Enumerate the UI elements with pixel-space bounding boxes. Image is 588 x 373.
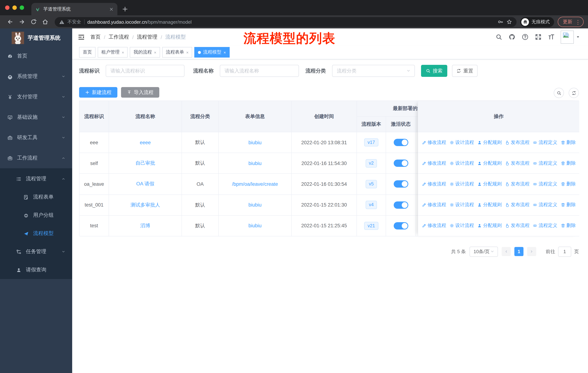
action-delete[interactable]: 删除 bbox=[560, 139, 576, 146]
browser-tab[interactable]: 芋道管理系统 bbox=[31, 3, 117, 15]
action-design-process[interactable]: 设计流程 bbox=[450, 202, 474, 208]
tag-close-icon[interactable]: × bbox=[154, 50, 156, 54]
process-name-link[interactable]: 自己审批 bbox=[136, 160, 155, 167]
sidebar-item-请假查询[interactable]: 请假查询 bbox=[0, 261, 72, 279]
form-info-link[interactable]: biubiu bbox=[248, 202, 262, 208]
form-info-link[interactable]: biubiu bbox=[248, 140, 262, 145]
github-icon[interactable] bbox=[509, 33, 515, 40]
sidebar-item-首页[interactable]: 首页 bbox=[0, 46, 72, 66]
action-design-process[interactable]: 设计流程 bbox=[450, 160, 474, 166]
action-process-definition[interactable]: 流程定义 bbox=[533, 223, 557, 229]
window-minimize-button[interactable] bbox=[12, 5, 17, 10]
tab-close-icon[interactable] bbox=[109, 7, 114, 11]
app-logo[interactable]: 芋道管理系统 bbox=[0, 28, 72, 46]
forward-button[interactable] bbox=[19, 19, 25, 25]
browser-update-button[interactable]: 更新 ⋮ bbox=[558, 17, 584, 27]
current-page-button[interactable]: 1 bbox=[514, 247, 524, 256]
action-delete[interactable]: 删除 bbox=[560, 160, 576, 166]
action-assign-rule[interactable]: 分配规则 bbox=[477, 160, 502, 166]
sidebar-item-基础设施[interactable]: 基础设施 bbox=[0, 107, 72, 128]
font-size-icon[interactable] bbox=[548, 33, 555, 40]
tag-租户管理[interactable]: 租户管理× bbox=[98, 47, 128, 58]
reset-button[interactable]: 重置 bbox=[452, 65, 478, 77]
action-design-process[interactable]: 设计流程 bbox=[450, 181, 474, 187]
reload-button[interactable] bbox=[30, 19, 37, 25]
active-toggle[interactable] bbox=[394, 139, 408, 146]
action-assign-rule[interactable]: 分配规则 bbox=[477, 139, 502, 146]
process-name-link[interactable]: eeee bbox=[140, 140, 151, 145]
breadcrumb-workflow[interactable]: 工作流程 bbox=[109, 34, 129, 40]
search-button[interactable]: 搜索 bbox=[421, 65, 447, 77]
process-name-link[interactable]: 滔博 bbox=[140, 222, 150, 229]
action-modify-process[interactable]: 修改流程 bbox=[422, 223, 446, 229]
breadcrumb-process-manage[interactable]: 流程管理 bbox=[137, 34, 158, 40]
action-process-definition[interactable]: 流程定义 bbox=[533, 202, 557, 208]
active-toggle[interactable] bbox=[394, 181, 408, 188]
tag-流程表单[interactable]: 流程表单× bbox=[162, 47, 192, 58]
action-delete[interactable]: 删除 bbox=[560, 223, 576, 229]
form-info-link[interactable]: /bpm/oa/leave/create bbox=[232, 181, 278, 187]
tag-close-icon[interactable]: × bbox=[122, 50, 124, 54]
sidebar-item-流程表单[interactable]: 流程表单 bbox=[0, 188, 72, 206]
bookmark-star-icon[interactable] bbox=[506, 19, 512, 25]
tag-我的流程[interactable]: 我的流程× bbox=[130, 47, 160, 58]
action-assign-rule[interactable]: 分配规则 bbox=[477, 223, 502, 229]
window-close-button[interactable] bbox=[5, 5, 10, 10]
action-publish-process[interactable]: 发布流程 bbox=[505, 223, 529, 229]
active-toggle[interactable] bbox=[394, 160, 408, 167]
import-process-button[interactable]: 导入流程 bbox=[121, 87, 159, 98]
action-assign-rule[interactable]: 分配规则 bbox=[477, 202, 502, 208]
action-modify-process[interactable]: 修改流程 bbox=[422, 139, 446, 146]
home-button[interactable] bbox=[42, 19, 49, 25]
tag-close-icon[interactable]: × bbox=[224, 50, 226, 54]
breadcrumb-home[interactable]: 首页 bbox=[90, 34, 101, 40]
action-process-definition[interactable]: 流程定义 bbox=[533, 139, 557, 146]
filter-name-input[interactable] bbox=[220, 65, 299, 77]
not-secure-icon[interactable] bbox=[59, 19, 64, 25]
address-bar[interactable]: 不安全 dashboard.yudao.iocoder.cn/bpm/manag… bbox=[55, 17, 516, 27]
active-toggle[interactable] bbox=[394, 222, 408, 230]
filter-key-input[interactable] bbox=[106, 65, 184, 77]
next-page-button[interactable] bbox=[527, 247, 536, 256]
sidebar-item-流程管理[interactable]: 流程管理 bbox=[0, 170, 72, 188]
action-publish-process[interactable]: 发布流程 bbox=[505, 181, 529, 187]
action-design-process[interactable]: 设计流程 bbox=[450, 139, 474, 146]
window-zoom-button[interactable] bbox=[20, 5, 24, 10]
action-design-process[interactable]: 设计流程 bbox=[450, 223, 474, 229]
process-name-link[interactable]: 测试多审批人 bbox=[130, 202, 160, 208]
back-button[interactable] bbox=[7, 19, 13, 25]
action-modify-process[interactable]: 修改流程 bbox=[422, 181, 446, 187]
create-process-button[interactable]: 新建流程 bbox=[79, 87, 117, 98]
page-size-select[interactable]: 10条/页 bbox=[470, 246, 498, 257]
sidebar-item-流程模型[interactable]: 流程模型 bbox=[0, 224, 72, 242]
form-info-link[interactable]: biubiu bbox=[248, 223, 262, 229]
user-avatar-menu[interactable] bbox=[561, 30, 580, 43]
password-key-icon[interactable] bbox=[498, 19, 504, 25]
action-assign-rule[interactable]: 分配规则 bbox=[477, 181, 502, 187]
action-delete[interactable]: 删除 bbox=[560, 202, 576, 208]
goto-page-input[interactable] bbox=[558, 246, 571, 257]
browser-menu-icon[interactable]: ⋮ bbox=[575, 19, 581, 25]
sidebar-item-任务管理[interactable]: 任务管理 bbox=[0, 242, 72, 261]
toggle-search-button[interactable] bbox=[554, 88, 564, 98]
sidebar-item-工作流程[interactable]: 工作流程 bbox=[0, 148, 72, 168]
fullscreen-icon[interactable] bbox=[535, 33, 542, 40]
header-search-icon[interactable] bbox=[495, 33, 502, 40]
action-publish-process[interactable]: 发布流程 bbox=[505, 160, 529, 166]
tag-流程模型[interactable]: 流程模型× bbox=[194, 47, 230, 58]
active-toggle[interactable] bbox=[394, 201, 408, 209]
filter-category-select[interactable]: 流程分类 bbox=[332, 65, 415, 77]
action-publish-process[interactable]: 发布流程 bbox=[505, 139, 529, 146]
tag-首页[interactable]: 首页 bbox=[79, 47, 95, 58]
sidebar-item-系统管理[interactable]: 系统管理 bbox=[0, 66, 72, 87]
new-tab-button[interactable] bbox=[122, 6, 128, 12]
sidebar-item-用户分组[interactable]: 用户分组 bbox=[0, 206, 72, 224]
help-icon[interactable] bbox=[522, 33, 529, 40]
sidebar-item-研发工具[interactable]: 研发工具 bbox=[0, 128, 72, 148]
action-delete[interactable]: 删除 bbox=[560, 181, 576, 187]
refresh-table-button[interactable] bbox=[569, 88, 579, 98]
process-name-link[interactable]: OA 请假 bbox=[136, 181, 154, 187]
action-process-definition[interactable]: 流程定义 bbox=[533, 181, 557, 187]
action-publish-process[interactable]: 发布流程 bbox=[505, 202, 529, 208]
form-info-link[interactable]: biubiu bbox=[248, 161, 262, 166]
